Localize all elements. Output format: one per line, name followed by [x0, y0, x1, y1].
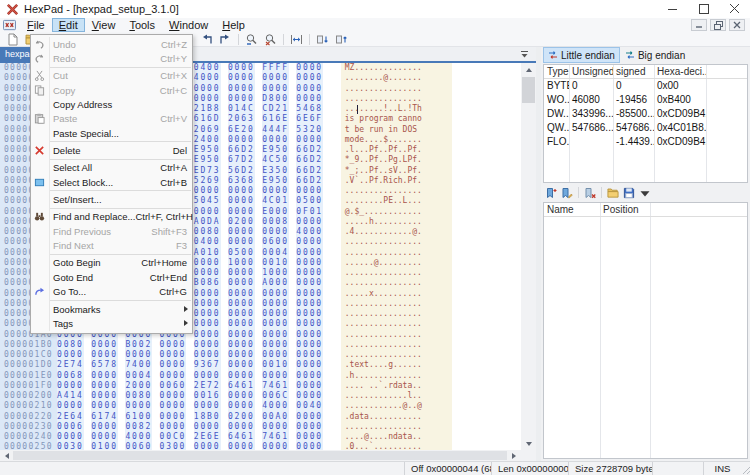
menu-help[interactable]: Help: [215, 18, 252, 32]
menu-item-find-next[interactable]: Find NextF3: [31, 238, 192, 252]
menu-item-redo[interactable]: RedoCtrl+Y: [31, 51, 192, 65]
column-header-type[interactable]: Type: [544, 65, 569, 78]
menu-item-find-and-replace[interactable]: Find and Replace...Ctrl+F, Ctrl+H: [31, 210, 192, 224]
column-header-signed[interactable]: signed: [613, 65, 654, 78]
menu-item-select-all[interactable]: Select AllCtrl+A: [31, 161, 192, 175]
maximize-button[interactable]: [688, 0, 719, 18]
menu-item-delete[interactable]: DeleteDel: [31, 143, 192, 157]
vertical-scroll-thumb[interactable]: [522, 77, 535, 103]
hex-row[interactable]: 000001D02E746578740000009367000000100000…: [0, 360, 521, 370]
menu-file[interactable]: File: [20, 18, 52, 32]
hex-group: 0000: [262, 340, 289, 350]
tab-little-endian[interactable]: Little endian: [543, 47, 620, 63]
inspector-row-qw[interactable]: QW...547686...547686...0x4C01B8...: [544, 121, 747, 135]
hex-ascii: ................: [341, 268, 452, 278]
hex-row[interactable]: 0000025000300100006003000000000000000000…: [0, 442, 521, 450]
next-tag-icon[interactable]: [219, 33, 232, 46]
bookmark-add-icon[interactable]: [545, 187, 557, 199]
menu-item-set-insert[interactable]: Set/Insert...: [31, 192, 192, 206]
bookmark-delete-icon[interactable]: [584, 187, 596, 199]
zoom-cancel-icon[interactable]: [264, 33, 277, 46]
status-size: Size 2728709 bytes: [568, 462, 652, 475]
tab-overflow-chevron-icon[interactable]: [520, 50, 529, 59]
mdi-minimize-button[interactable]: [691, 19, 707, 31]
hex-address: 00000230: [0, 422, 57, 432]
document-icon[interactable]: [3, 19, 16, 31]
menu-item-go-to[interactable]: Go To...Ctrl+G: [31, 285, 192, 299]
menu-item-copy[interactable]: CopyCtrl+C: [31, 83, 192, 97]
hex-group: 1000: [228, 258, 255, 268]
save-icon[interactable]: [623, 187, 635, 199]
menu-item-goto-begin[interactable]: Goto BeginCtrl+Home: [31, 256, 192, 270]
resize-grip[interactable]: [741, 462, 750, 475]
menu-item-tags[interactable]: Tags: [31, 316, 192, 330]
minimize-button[interactable]: [657, 0, 688, 18]
hex-ascii: .....h..........: [341, 217, 452, 227]
column-header-position[interactable]: Position: [600, 203, 650, 216]
hex-row[interactable]: 000001B000800000B00200000000000000000000…: [0, 340, 521, 350]
inspector-row-byte[interactable]: BYTE000x00: [544, 79, 747, 93]
menu-view[interactable]: View: [85, 18, 123, 32]
fit-width-icon[interactable]: [290, 33, 303, 46]
scroll-left-button[interactable]: [0, 450, 13, 461]
menu-item-cut[interactable]: CutCtrl+X: [31, 69, 192, 83]
close-button[interactable]: [719, 0, 750, 18]
menu-tools[interactable]: Tools: [122, 18, 162, 32]
hex-ascii: ................: [341, 84, 452, 94]
dropdown-caret-icon[interactable]: [639, 187, 651, 199]
inspector-row-dw[interactable]: DW...343996...-85500...0xCD09B4...: [544, 107, 747, 121]
bookmark-edit-icon[interactable]: [561, 187, 573, 199]
hex-row[interactable]: 0000021000000000000000000000000040000040…: [0, 401, 521, 411]
horizontal-scroll-thumb[interactable]: [13, 451, 507, 460]
menu-item-select-block[interactable]: Select Block...Ctrl+B: [31, 175, 192, 189]
hex-group: 0000: [262, 227, 289, 237]
scroll-right-button[interactable]: [507, 450, 520, 461]
column-header-name[interactable]: Name: [544, 203, 600, 216]
hex-row[interactable]: 0000023000060000008200000000000000000000…: [0, 422, 521, 432]
dec-columns-icon[interactable]: [335, 33, 348, 46]
hex-group: 014C: [228, 104, 255, 114]
little-endian-icon: [548, 50, 558, 60]
hex-row[interactable]: 000001C000000000000000000000000000000000…: [0, 350, 521, 360]
mdi-restore-button[interactable]: [710, 19, 726, 31]
menu-item-undo[interactable]: UndoCtrl+Z: [31, 37, 192, 51]
hex-horizontal-scrollbar[interactable]: [0, 450, 536, 461]
prev-tag-icon[interactable]: [200, 33, 213, 46]
column-header-hexa-deci[interactable]: Hexa-deci...: [654, 65, 706, 78]
hex-group: FFFF: [262, 63, 289, 73]
hex-row[interactable]: 00000200A41400000080000000160000006C0000…: [0, 391, 521, 401]
menu-item-label: Redo: [48, 53, 160, 64]
menu-item-copy-address[interactable]: Copy Address: [31, 97, 192, 111]
hex-vertical-scrollbar[interactable]: [521, 63, 536, 450]
menubar-items: FileEditViewToolsWindowHelp: [20, 18, 252, 32]
hex-group: 0000: [296, 299, 323, 309]
menu-item-paste[interactable]: PasteCtrl+V: [31, 112, 192, 126]
tab-big-endian[interactable]: Big endian: [620, 47, 690, 63]
menu-edit[interactable]: Edit: [52, 18, 85, 32]
menu-item-bookmarks[interactable]: Bookmarks: [31, 302, 192, 316]
hex-row[interactable]: 000001E000680000000400000000000000000000…: [0, 371, 521, 381]
menu-item-paste-special[interactable]: Paste Special...: [31, 126, 192, 140]
open-file-icon[interactable]: [607, 187, 619, 199]
mdi-close-button[interactable]: [729, 19, 745, 31]
hex-group: 7400: [125, 360, 152, 370]
menu-item-shortcut: Ctrl+Z: [161, 39, 192, 50]
menu-item-goto-end[interactable]: Goto EndCtrl+End: [31, 270, 192, 284]
hex-row[interactable]: 0000024000000000400000C02E6E646174610000…: [0, 432, 521, 442]
column-header-unsigned[interactable]: Unsigned: [569, 65, 613, 78]
scroll-down-button[interactable]: [521, 437, 536, 450]
new-file-icon[interactable]: [6, 33, 19, 46]
inspector-row-flo[interactable]: FLO...-1.4439...0xCD09B4...: [544, 135, 747, 149]
inc-columns-icon[interactable]: [316, 33, 329, 46]
menu-window[interactable]: Window: [162, 18, 215, 32]
zoom-select-icon[interactable]: [245, 33, 258, 46]
hex-row[interactable]: 000002202E6461746100000018B0020000A00000…: [0, 412, 521, 422]
hex-group: 2E6E: [194, 432, 221, 442]
scroll-up-button[interactable]: [521, 63, 536, 76]
hex-group: 21B8: [194, 104, 221, 114]
status-insert-mode[interactable]: INS: [703, 462, 741, 475]
inspector-row-wo[interactable]: WO...46080-194560xB400: [544, 93, 747, 107]
menu-item-find-previous[interactable]: Find PreviousShift+F3: [31, 224, 192, 238]
hex-row[interactable]: 000001F000000000200000602E72646174610000…: [0, 381, 521, 391]
submenu-arrow-icon: [184, 320, 188, 326]
